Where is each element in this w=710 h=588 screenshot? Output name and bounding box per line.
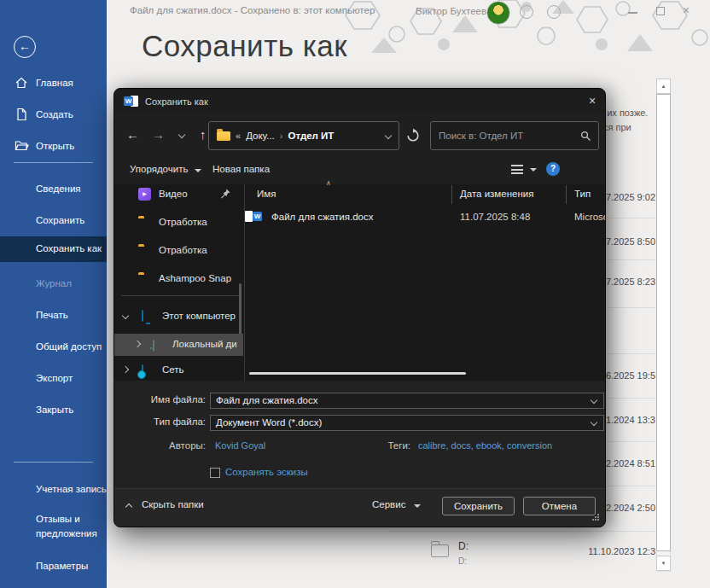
back-button[interactable]: ← [14,36,36,58]
filename-label: Имя файла: [123,394,206,405]
breadcrumb-current[interactable]: Отдел ИТ [288,131,334,141]
sidebar-item-history: Журнал [0,273,107,295]
row-divider [608,353,655,354]
sidebar-item-open[interactable]: Открыть [0,136,107,158]
cancel-button[interactable]: Отмена [523,497,596,515]
tree-divider [121,295,239,296]
row-divider [608,307,655,308]
window-extra-icon[interactable] [547,5,561,19]
tools-dropdown-icon[interactable] [414,504,421,508]
sidebar-item-save[interactable]: Сохранить [0,210,107,232]
refresh-icon [405,128,421,143]
recent-locations-chevron-icon[interactable] [178,131,185,138]
column-divider[interactable] [451,185,452,204]
save-thumbnails-checkbox[interactable] [210,468,220,478]
column-header-name[interactable]: Имя [257,189,276,199]
tools-menu[interactable]: Сервис [372,499,405,509]
horizontal-scrollbar-thumb[interactable] [249,372,466,375]
row-divider [608,441,655,442]
tree-item-folder[interactable]: Ashampoo Snap [114,268,243,290]
tree-item-network[interactable]: Сеть [114,359,243,381]
open-folder-icon [15,139,29,152]
nav-up-button[interactable]: ↑ [200,127,207,142]
maximize-button[interactable] [656,7,665,15]
account-user-name[interactable]: Виктор Бухтеев [416,6,486,16]
tree-item-local-disk[interactable]: Локальный ди [114,334,243,356]
tree-item-folder[interactable]: Отработка [114,240,243,262]
scroll-up-icon: ▲ [661,84,666,89]
expander-collapsed-icon[interactable] [122,366,129,373]
sidebar-item-label: Общий доступ [36,341,102,352]
save-thumbnails-label[interactable]: Сохранять эскизы [225,467,308,477]
column-divider[interactable] [566,185,567,204]
user-avatar[interactable] [486,1,510,25]
sidebar-item-share[interactable]: Общий доступ [0,336,107,358]
minimize-button[interactable] [628,12,637,14]
videos-icon: ▶ [138,188,151,201]
sidebar-item-account[interactable]: Учетная запись [0,479,107,501]
sidebar-item-new[interactable]: Создать [0,104,107,126]
address-dropdown-chevron-icon[interactable] [385,132,392,139]
tree-item-label: Локальный ди [172,339,237,349]
window-close-button[interactable]: × [683,3,690,17]
sidebar-item-print[interactable]: Печать [0,305,107,327]
filename-combo[interactable]: Файл для сжатия.docx [210,393,604,409]
file-row[interactable]: W Файл для сжатия.docx 11.07.2025 8:48 M… [246,207,606,227]
dialog-close-button[interactable]: × [578,89,606,114]
back-arrow-icon: ← [19,39,31,53]
breadcrumb-overflow-icon[interactable]: « [236,131,241,141]
tree-item-this-pc[interactable]: Этот компьютер [114,306,243,328]
nav-forward-button[interactable]: → [152,127,165,142]
expander-expanded-icon[interactable] [122,312,129,319]
tags-value[interactable]: calibre, docs, ebook, conversion [418,440,552,451]
address-breadcrumb[interactable]: « Доку... › Отдел ИТ [208,121,399,150]
column-header-type[interactable]: Тип [574,189,591,199]
filetype-combo[interactable]: Документ Word (*.docx) [210,415,604,431]
authors-value[interactable]: Kovid Goyal [215,440,265,451]
search-icon [580,131,591,142]
dialog-titlebar[interactable]: W Сохранить как × [114,89,606,114]
sidebar-item-export[interactable]: Экспорт [0,368,107,390]
disk-drive-icon [153,340,154,352]
ribbon-options-icon[interactable] [520,5,533,19]
sidebar-item-close[interactable]: Закрыть [0,399,107,422]
document-title: Файл для сжатия.docx - Сохранено в: этот… [130,5,375,15]
tree-item-label: Видео [159,189,188,199]
hide-folders-button[interactable]: Скрыть папки [142,499,204,509]
sidebar-item-label: Печать [36,310,68,320]
tree-item-folder[interactable]: Отработка [114,212,243,234]
tree-item-videos[interactable]: ▶ Видео [114,183,243,206]
scroll-down-button[interactable]: ▼ [656,556,671,571]
search-input[interactable] [431,131,580,141]
view-options-dropdown-icon[interactable] [530,168,537,172]
drive-path: D: [458,556,467,566]
sidebar-item-info[interactable]: Сведения [0,178,107,201]
expander-collapsed-icon[interactable] [134,341,141,347]
column-header-modified[interactable]: Дата изменения [460,189,533,199]
search-box [430,121,599,150]
sidebar-item-home[interactable]: Главная [0,73,107,95]
breadcrumb-parent[interactable]: Доку... [246,131,275,141]
save-as-dialog: W Сохранить как × ← → ↑ « Доку... › Отде… [113,88,606,527]
filetype-value: Документ Word (*.docx) [216,417,322,428]
new-folder-button[interactable]: Новая папка [212,164,270,174]
organize-menu[interactable]: Упорядочить [130,164,188,174]
new-document-icon [15,108,28,121]
resize-grip[interactable] [592,514,599,521]
organize-label: Упорядочить [130,164,188,174]
sidebar-item-options[interactable]: Параметры [0,556,107,578]
sidebar-item-save-as[interactable]: Сохранить как [0,236,107,262]
nav-back-button[interactable]: ← [126,127,139,142]
help-button[interactable]: ? [546,162,560,176]
sidebar-item-label: Создать [36,109,73,119]
scroll-up-button[interactable]: ▲ [656,79,671,94]
refresh-button[interactable] [405,128,422,145]
sidebar-item-label: Главная [36,78,73,88]
sidebar-item-feedback[interactable]: Отзывы и предложения [0,507,107,541]
view-details-icon[interactable] [511,165,523,174]
backstage-scrollbar-thumb[interactable] [656,94,671,551]
drive-name[interactable]: D: [458,540,468,552]
sidebar-item-label: Открыть [36,141,74,151]
save-button[interactable]: Сохранить [442,497,515,515]
sidebar-item-label: Сохранить [36,215,84,225]
